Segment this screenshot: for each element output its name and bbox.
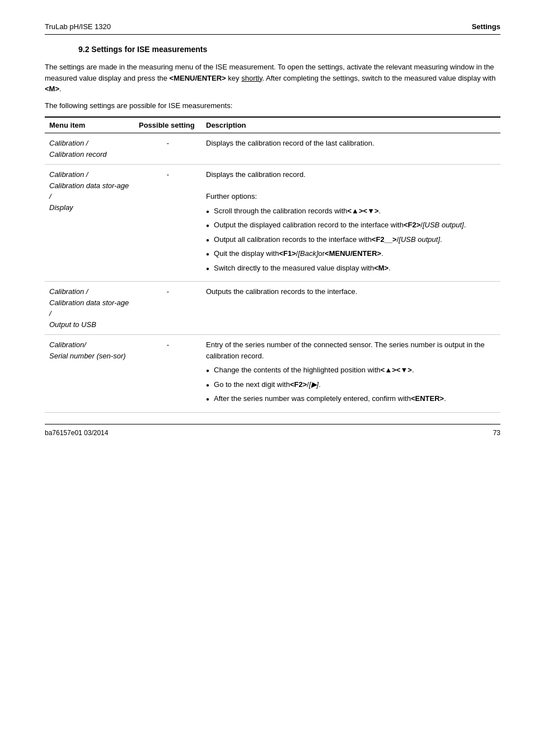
bullet-list-4: Change the contents of the highlighted p… (206, 365, 496, 404)
footer-doc-info: ba76157e01 03/2014 (45, 429, 108, 437)
setting-3: - (134, 282, 202, 335)
description-4: Entry of the series number of the connec… (202, 335, 500, 413)
menu-item-3: Calibration /Calibration data stor-age /… (45, 282, 134, 335)
bullet-item: Scroll through the calibration records w… (206, 206, 496, 217)
bullet-list-2: Scroll through the calibration records w… (206, 206, 496, 274)
page: TruLab pH/ISE 1320 Settings 9.2 Settings… (0, 0, 534, 459)
bullet-item: Quit the display with <F1>/[Back] or <ME… (206, 248, 496, 259)
footer-page-number: 73 (493, 429, 500, 437)
desc-4-text: Entry of the series number of the connec… (206, 340, 485, 360)
page-header: TruLab pH/ISE 1320 Settings (45, 22, 500, 31)
description-1: Displays the calibration record of the l… (202, 133, 500, 165)
col-header-menu: Menu item (45, 117, 134, 133)
description-3: Outputs the calibration records to the i… (202, 282, 500, 335)
further-options-label: Further options: (206, 192, 257, 200)
section-number: 9.2 (78, 45, 89, 54)
intro-paragraph-1: The settings are made in the measuring m… (45, 62, 500, 95)
setting-1: - (134, 133, 202, 165)
page-footer: ba76157e01 03/2014 73 (45, 424, 500, 437)
bullet-item: Switch directly to the measured value di… (206, 263, 496, 274)
section-title: 9.2 Settings for ISE measurements (78, 45, 500, 54)
bullet-item: Output all calibration records to the in… (206, 234, 496, 245)
bullet-item: After the series number was completely e… (206, 393, 496, 404)
table-row: Calibration /Calibration data stor-age /… (45, 282, 500, 335)
col-header-description: Description (202, 117, 500, 133)
settings-table: Menu item Possible setting Description C… (45, 116, 500, 413)
section-heading: Settings for ISE measurements (91, 45, 207, 54)
table-row: Calibration /Calibration record - Displa… (45, 133, 500, 165)
header-product-name: TruLab pH/ISE 1320 (45, 22, 111, 31)
table-row: Calibration /Calibration data stor-age /… (45, 165, 500, 282)
bullet-item: Go to the next digit with <F2>/[▶]. (206, 379, 496, 390)
menu-item-4: Calibration/Serial number (sen-sor) (45, 335, 134, 413)
setting-4: - (134, 335, 202, 413)
table-row: Calibration/Serial number (sen-sor) - En… (45, 335, 500, 413)
header-rule (45, 34, 500, 35)
bullet-item: Output the displayed calibration record … (206, 220, 496, 231)
header-section-name: Settings (472, 22, 500, 31)
table-intro: The following settings are possible for … (45, 100, 500, 111)
col-header-setting: Possible setting (134, 117, 202, 133)
table-header-row: Menu item Possible setting Description (45, 117, 500, 133)
menu-enter-key: <MENU/ENTER> (170, 74, 226, 82)
m-key: <M> (45, 85, 59, 93)
menu-item-1: Calibration /Calibration record (45, 133, 134, 165)
description-2: Displays the calibration record. Further… (202, 165, 500, 282)
setting-2: - (134, 165, 202, 282)
bullet-item: Change the contents of the highlighted p… (206, 365, 496, 376)
desc-2-text: Displays the calibration record. (206, 170, 306, 179)
menu-item-2: Calibration /Calibration data stor-age /… (45, 165, 134, 282)
